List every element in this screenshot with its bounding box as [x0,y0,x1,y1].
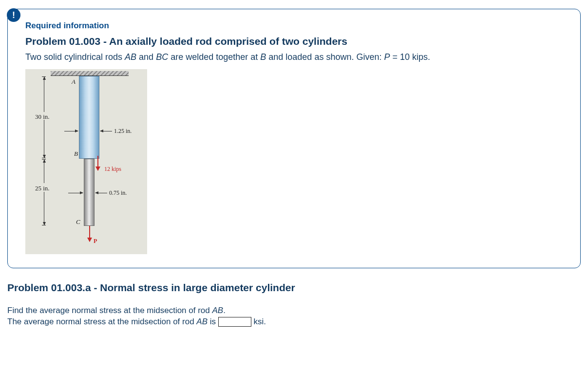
problem-title: Problem 01.003 - An axially loaded rod c… [25,36,563,47]
unit-label: ksi. [251,317,266,326]
desc-text: = 10 kips. [390,52,430,62]
dim-arrow [100,131,112,131]
rod-ab: AB [196,317,208,326]
point-b: B [260,52,266,62]
rod-ab: AB [125,52,136,62]
dim-tick [42,158,46,158]
cylinder-ab [79,76,99,159]
dim-arrow [64,131,78,131]
question-text: Find the average normal stress at the mi… [7,305,581,328]
rod-ab: AB [212,306,223,315]
load-arrow-p [89,226,90,241]
desc-text: Two solid cylindrical rods [25,52,125,62]
answer-input[interactable] [218,317,251,327]
dim-tick [42,159,46,160]
q-text: . [223,306,226,315]
alert-icon: ! [7,8,20,22]
required-info-box: ! Required information Problem 01.003 - … [7,9,581,268]
dim-line [44,160,44,183]
dim-len-ab: 30 in. [35,113,50,121]
q-text: Find the average normal stress at the mi… [7,306,212,315]
dim-len-bc: 25 in. [35,185,50,192]
dim-line [44,192,44,225]
dim-tick [42,76,46,77]
dim-arrow [68,193,83,193]
subproblem-title: Problem 01.003.a - Normal stress in larg… [7,282,581,294]
dim-arrow [95,193,107,193]
dim-dia-ab: 1.25 in. [114,128,132,135]
required-info-label: Required information [25,21,563,31]
problem-figure: A B C 30 in. 25 in. 1.25 in. 0.75 in. 12… [25,69,147,254]
desc-text: and loaded as shown. Given: [266,52,384,62]
fixed-support [51,71,129,76]
var-p: P [384,52,390,62]
q-text: The average normal stress at the midsect… [7,317,196,326]
desc-text: are welded together at [168,52,260,62]
dim-dia-bc: 0.75 in. [109,189,127,197]
dim-line [44,77,44,112]
cylinder-bc [84,159,95,226]
desc-text: and [136,52,156,62]
dim-line [44,120,44,158]
label-a: A [72,78,76,86]
dim-tick [42,225,46,225]
rod-bc: BC [156,52,168,62]
label-c: C [76,218,80,226]
load-label-b: 12 kips [104,166,121,173]
problem-description: Two solid cylindrical rods AB and BC are… [25,52,563,62]
q-text: is [208,317,218,326]
load-arrow-b [97,156,98,170]
label-b: B [74,150,78,158]
load-label-p: P [94,238,97,245]
